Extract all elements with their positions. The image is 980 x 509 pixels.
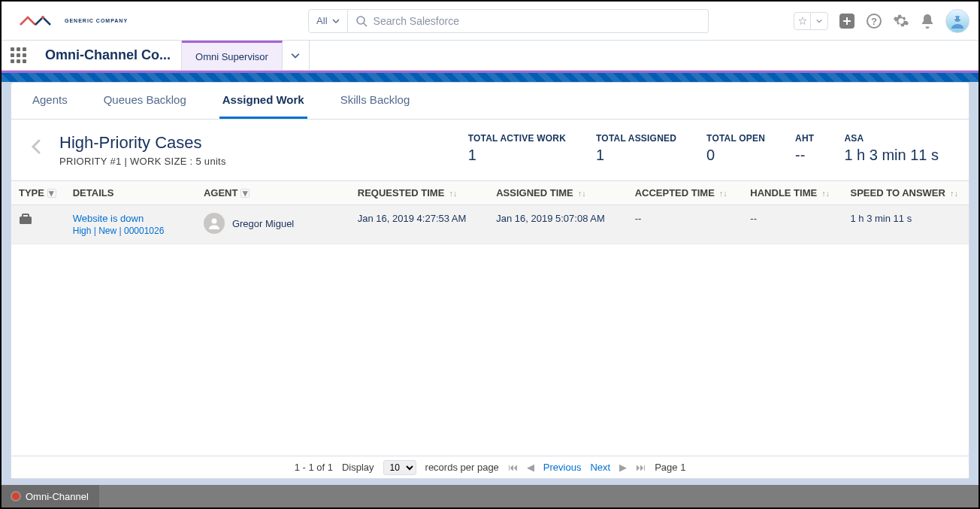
queue-title: High-Priority Cases	[59, 133, 226, 153]
cell-details: Website is down High | New | 00001026	[65, 205, 196, 244]
col-accepted[interactable]: ACCEPTED TIME↑↓	[628, 181, 743, 205]
tab-queues-backlog[interactable]: Queues Backlog	[101, 83, 189, 119]
presence-status-icon	[12, 492, 20, 500]
agent-name: Gregor Miguel	[232, 218, 294, 229]
search-input[interactable]	[348, 9, 709, 33]
utility-label: Omni-Channel	[26, 491, 89, 502]
setup-gear-icon[interactable]	[893, 13, 909, 29]
cell-requested: Jan 16, 2019 4:27:53 AM	[350, 205, 488, 244]
help-icon[interactable]: ?	[866, 13, 882, 29]
search-scope-label: All	[316, 15, 327, 26]
global-search: All	[308, 9, 708, 33]
col-details[interactable]: DETAILS	[65, 181, 196, 205]
cell-handle: --	[743, 205, 842, 244]
metric-assigned: TOTAL ASSIGNED 1	[596, 133, 676, 164]
user-avatar[interactable]	[945, 9, 969, 33]
svg-point-8	[959, 17, 960, 19]
assigned-work-table: TYPE▾ DETAILS AGENT▾ REQUESTED TIME↑↓ AS…	[11, 180, 969, 244]
utility-omni-channel[interactable]: Omni-Channel	[2, 485, 99, 507]
svg-line-2	[364, 23, 367, 26]
nav-tab-menu[interactable]	[283, 41, 310, 70]
chevron-down-icon	[291, 51, 300, 60]
chevron-down-icon	[816, 18, 822, 24]
col-sta[interactable]: SPEED TO ANSWER↑↓	[843, 181, 969, 205]
svg-text:?: ?	[871, 16, 877, 27]
app-logo: GENERIC COMPANY	[17, 10, 128, 32]
add-button[interactable]	[839, 13, 855, 29]
pager-first-icon[interactable]: ⏮	[508, 462, 518, 473]
pager-page-label: Page 1	[655, 462, 685, 473]
app-name: Omni-Channel Co...	[35, 41, 182, 70]
search-scope-dropdown[interactable]: All	[308, 9, 347, 33]
back-button[interactable]	[29, 138, 47, 156]
cell-accepted: --	[628, 205, 743, 244]
main-stage: Agents Queues Backlog Assigned Work Skil…	[2, 82, 978, 485]
pager-last-icon[interactable]: ⏭	[636, 462, 646, 473]
svg-point-1	[357, 17, 364, 24]
tab-assigned-work[interactable]: Assigned Work	[219, 83, 307, 119]
utility-bar: Omni-Channel	[2, 485, 978, 507]
star-icon	[798, 17, 807, 26]
svg-point-0	[41, 16, 44, 19]
favorites-toggle[interactable]	[794, 12, 828, 30]
col-handle[interactable]: HANDLE TIME↑↓	[743, 181, 842, 205]
pager-prev-icon[interactable]: ◀	[527, 462, 534, 473]
agent-avatar-icon	[204, 213, 225, 234]
logo-text: GENERIC COMPANY	[65, 18, 128, 23]
cell-assigned: Jan 16, 2019 5:07:08 AM	[488, 205, 627, 244]
chevron-down-icon	[332, 17, 340, 25]
app-nav-bar: Omni-Channel Co... Omni Supervisor	[2, 41, 978, 71]
briefcase-icon	[19, 213, 32, 225]
pager-suffix: records per page	[425, 462, 499, 473]
cell-type	[11, 205, 65, 244]
svg-rect-10	[23, 214, 29, 217]
col-type[interactable]: TYPE▾	[11, 181, 65, 205]
tab-agents[interactable]: Agents	[29, 83, 71, 119]
context-bar-background	[2, 73, 978, 82]
table-header-row: TYPE▾ DETAILS AGENT▾ REQUESTED TIME↑↓ AS…	[11, 181, 969, 205]
metric-aht: AHT --	[795, 133, 814, 164]
page-size-select[interactable]: 10	[383, 460, 416, 475]
notifications-bell-icon[interactable]	[920, 13, 935, 29]
svg-point-7	[954, 17, 956, 19]
cell-agent: Gregor Miguel	[196, 205, 350, 244]
tab-skills-backlog[interactable]: Skills Backlog	[337, 83, 413, 119]
queue-metrics: TOTAL ACTIVE WORK 1 TOTAL ASSIGNED 1 TOT…	[468, 133, 951, 164]
pager-range: 1 - 1 of 1	[295, 462, 333, 473]
metric-asa: ASA 1 h 3 min 11 s	[844, 133, 939, 164]
svg-point-11	[211, 219, 216, 224]
header-actions: ?	[794, 9, 969, 33]
table-row[interactable]: Website is down High | New | 00001026 Gr…	[11, 205, 969, 244]
pager-next-icon[interactable]: ▶	[619, 462, 627, 473]
metric-open: TOTAL OPEN 0	[706, 133, 765, 164]
case-link[interactable]: Website is down	[73, 213, 189, 224]
metric-active-work: TOTAL ACTIVE WORK 1	[468, 133, 566, 164]
cell-sta: 1 h 3 min 11 s	[843, 205, 969, 244]
global-header: GENERIC COMPANY All ?	[2, 2, 978, 41]
queue-subtitle: PRIORITY #1 | WORK SIZE : 5 units	[59, 156, 226, 167]
queue-summary: High-Priority Cases PRIORITY #1 | WORK S…	[11, 120, 969, 180]
supervisor-tabs: Agents Queues Backlog Assigned Work Skil…	[11, 83, 969, 120]
col-agent[interactable]: AGENT▾	[196, 181, 350, 205]
supervisor-card: Agents Queues Backlog Assigned Work Skil…	[11, 82, 969, 479]
pager-previous[interactable]: Previous	[543, 462, 582, 473]
pager-display-label: Display	[342, 462, 374, 473]
table-pager: 1 - 1 of 1 Display 10 records per page ⏮…	[11, 456, 969, 478]
search-icon	[355, 15, 368, 27]
nav-tab-omni-supervisor[interactable]: Omni Supervisor	[182, 41, 283, 70]
case-subdetail[interactable]: High | New | 00001026	[73, 226, 189, 236]
col-assigned[interactable]: ASSIGNED TIME↑↓	[488, 181, 627, 205]
pager-next[interactable]: Next	[590, 462, 610, 473]
app-launcher-icon[interactable]	[2, 41, 35, 70]
chevron-left-icon	[29, 138, 43, 156]
col-requested[interactable]: REQUESTED TIME↑↓	[350, 181, 488, 205]
